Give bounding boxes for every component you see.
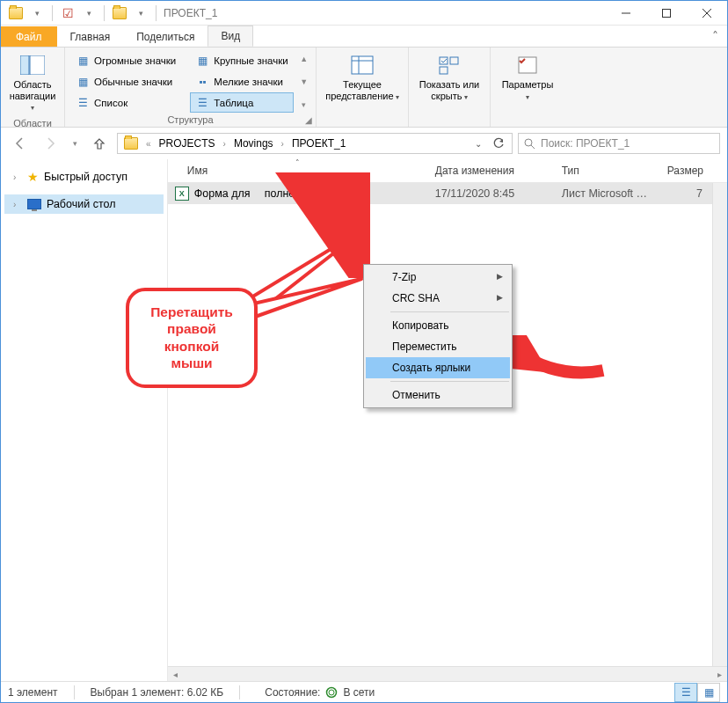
scroll-left-icon[interactable]: ◂ [168,667,183,682]
view-details-button[interactable]: ☰ [674,683,697,702]
excel-icon: X [175,187,189,201]
svg-rect-12 [519,57,536,73]
svg-point-15 [327,687,337,697]
status-state: Состояние: В сети [265,686,375,699]
status-bar: 1 элемент Выбран 1 элемент: 6.02 КБ Сост… [1,681,727,702]
layout-details[interactable]: ☰Таблица [190,92,293,113]
nav-desktop[interactable]: › Рабочий стол [4,194,164,214]
chevron-left-icon[interactable]: « [144,139,153,149]
back-button[interactable] [8,131,33,156]
address-dropdown-icon[interactable]: ⌄ [469,135,488,152]
ribbon-tabs: Файл Главная Поделиться Вид ˄ [1,26,727,47]
layout-expand-icon[interactable]: ▾ [297,99,311,111]
group-options: Параметры▾ [491,48,564,127]
horizontal-scrollbar[interactable]: ◂ ▸ [168,666,727,681]
menu-7zip[interactable]: 7-Zip [366,267,510,288]
file-date: 17/11/2020 8:45 [428,184,555,203]
svg-rect-10 [450,57,458,64]
vertical-scrollbar[interactable] [712,183,727,666]
layout-large-icons[interactable]: ▦Крупные значки [190,51,293,71]
annotation-arrow [256,172,370,278]
column-size[interactable]: Размер [660,159,711,182]
quick-access-toolbar: ▾ ☑ ▾ ▾ [1,4,160,23]
current-view-label: Текущее представление [325,79,393,101]
dialog-launcher-icon[interactable]: ◢ [305,115,312,125]
refresh-icon[interactable] [489,135,508,152]
status-item-count: 1 элемент [8,686,58,699]
menu-create-shortcut[interactable]: Создать ярлыки [366,357,510,378]
tab-home[interactable]: Главная [57,26,124,47]
qat-dropdown-icon[interactable]: ▾ [27,4,47,23]
breadcrumb-projects[interactable]: PROJECTS [157,135,218,151]
group-layout-label: Структура [70,113,310,127]
maximize-button[interactable] [646,1,687,26]
layout-list[interactable]: ☰Список [70,92,181,113]
show-hide-button[interactable]: Показать или скрыть ▾ [414,51,484,105]
svg-rect-5 [30,55,45,75]
nav-desktop-label: Рабочий стол [47,198,115,210]
group-show-hide: Показать или скрыть ▾ [409,48,491,127]
svg-rect-9 [440,57,448,64]
tab-file[interactable]: Файл [1,26,57,47]
menu-move[interactable]: Переместить [366,336,510,357]
chevron-right-icon[interactable]: › [13,172,16,182]
sync-icon [325,686,338,699]
recent-locations-button[interactable]: ▾ [68,131,82,156]
scroll-right-icon[interactable]: ▸ [712,667,727,682]
column-date[interactable]: Дата изменения [428,159,555,182]
options-button[interactable]: Параметры▾ [496,51,559,105]
annotation-arrow [511,335,608,384]
folder-icon [121,134,141,153]
window-title: ПРОЕКТ_1 [160,7,606,19]
navigation-pane-button[interactable]: Область навигации ▾ [6,51,59,116]
navigation-pane: › ★ Быстрый доступ › Рабочий стол [1,159,168,681]
layout-medium-icons[interactable]: ▦Обычные значки [70,72,181,92]
svg-rect-4 [20,55,29,75]
sort-asc-icon: ˄ [295,158,300,167]
breadcrumb-current[interactable]: ПРОЕКТ_1 [289,135,348,151]
collapse-ribbon-icon[interactable]: ˄ [712,29,718,43]
layout-scroll-up-icon[interactable]: ▲ [297,53,311,65]
svg-point-13 [525,139,532,146]
qat-dropdown-icon[interactable]: ▾ [79,4,98,23]
layout-small-icons[interactable]: ▪▪Мелкие значки [190,72,293,92]
view-icons-button[interactable]: ▦ [697,683,720,702]
file-type: Лист Microsoft Ex… [555,184,660,203]
annotation-callout: Перетащить правой кнопкой мыши [126,288,258,388]
nav-quick-access[interactable]: › ★ Быстрый доступ [4,166,164,187]
up-button[interactable] [87,131,112,156]
forward-button[interactable] [38,131,62,156]
properties-icon[interactable]: ☑ [58,4,77,23]
column-type[interactable]: Тип [555,159,660,182]
chevron-right-icon[interactable]: › [280,139,286,149]
group-current-view: Текущее представление ▾ [317,48,409,127]
address-bar[interactable]: « PROJECTS › Movings › ПРОЕКТ_1 ⌄ [117,133,513,154]
menu-cancel[interactable]: Отменить [366,384,510,406]
tab-share[interactable]: Поделиться [123,26,207,47]
menu-crc-sha[interactable]: CRC SHA [366,288,510,309]
options-label: Параметры [502,79,554,90]
star-icon: ★ [27,170,39,184]
search-input[interactable]: Поиск: ПРОЕКТ_1 [518,133,720,154]
chevron-right-icon[interactable]: › [222,139,228,149]
qat-customize-icon[interactable]: ▾ [131,4,150,23]
menu-separator [390,311,509,312]
folder-icon [110,4,129,23]
close-button[interactable] [687,1,727,26]
search-icon [524,138,535,150]
column-headers: ˄Имя Дата изменения Тип Размер [168,159,727,183]
breadcrumb-movings[interactable]: Movings [231,135,276,151]
folder-icon [6,4,25,23]
minimize-button[interactable] [606,1,646,26]
file-row[interactable]: X Форма для заполнения.xlsx 17/11/2020 8… [168,183,727,204]
show-hide-label: Показать или скрыть [419,79,480,101]
current-view-button[interactable]: Текущее представление ▾ [322,51,403,105]
group-panes-label: Области [6,116,59,130]
svg-rect-11 [440,67,448,74]
tab-view[interactable]: Вид [207,26,253,47]
layout-scroll-down-icon[interactable]: ▼ [297,76,311,88]
layout-extra-large-icons[interactable]: ▦Огромные значки [70,51,181,71]
chevron-right-icon[interactable]: › [13,200,16,209]
menu-copy[interactable]: Копировать [366,315,510,336]
group-panes: Область навигации ▾ Области [1,48,65,127]
